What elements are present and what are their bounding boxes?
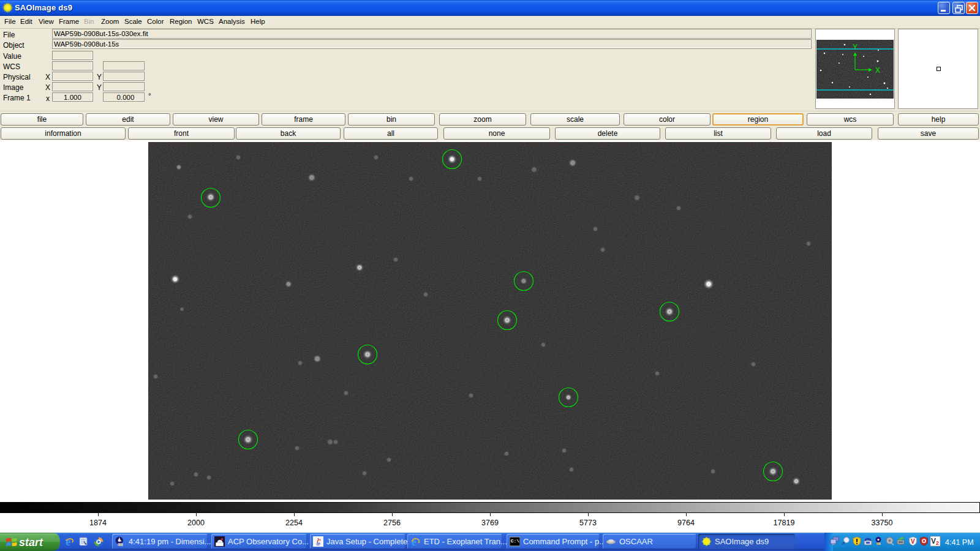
svg-text:V: V <box>931 537 936 545</box>
svg-text:Y: Y <box>853 43 858 51</box>
svg-text:2: 2 <box>936 540 939 546</box>
svg-text:X: X <box>875 66 880 75</box>
svg-text:V: V <box>911 538 915 545</box>
svg-text:e: e <box>66 536 70 547</box>
svg-text:start: start <box>19 536 43 549</box>
svg-text:C:\: C:\ <box>511 538 520 544</box>
